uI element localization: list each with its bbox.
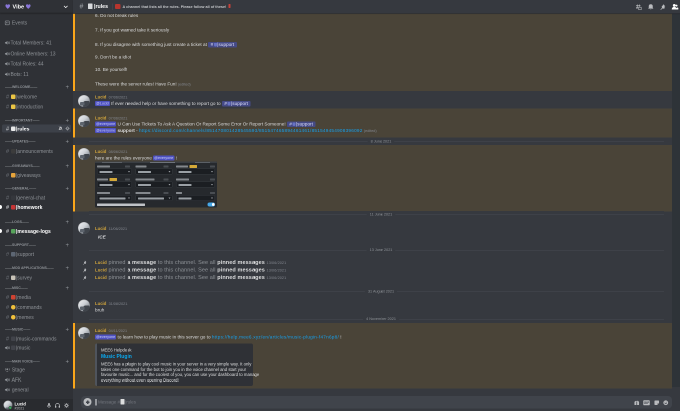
svg-text:GIF: GIF <box>644 401 649 405</box>
